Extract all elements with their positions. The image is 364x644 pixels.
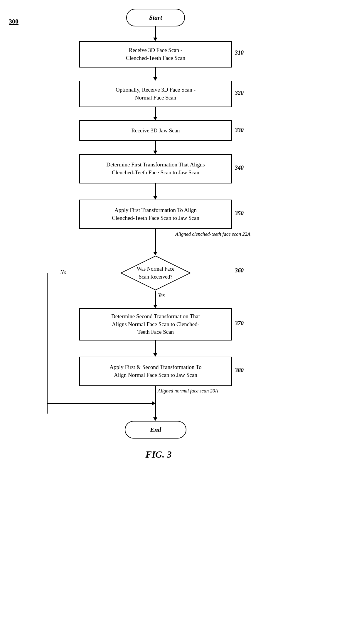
arrow-380-merge (155, 386, 156, 404)
end-node: End (125, 421, 186, 439)
step-380: Apply First & Second Transformation To A… (79, 357, 232, 386)
step-360: Was Normal Face Scan Received? (120, 255, 191, 291)
label-340: 340 (235, 164, 244, 171)
arrow-no-merge-h (47, 403, 153, 404)
step-310: Receive 3D Face Scan - Clenched-Teeth Fa… (79, 41, 232, 68)
arrow-340-350 (155, 183, 156, 197)
arrow-360-no-v (47, 273, 48, 414)
arrow-350-360 (155, 229, 156, 252)
flowchart-diagram: 300 Start Receive 3D Face Scan - Clenche… (0, 0, 364, 644)
arrowhead-start-310 (153, 38, 157, 41)
arrow-merge-end (155, 403, 156, 418)
step-350: Apply First Transformation To Align Clen… (79, 200, 232, 229)
arrow-370-380 (155, 340, 156, 354)
label-380: 380 (235, 367, 244, 374)
step-370: Determine Second Transformation That Ali… (79, 308, 232, 340)
arrow-360-no-h (47, 273, 120, 273)
label-370: 370 (235, 320, 244, 327)
annotation-350: Aligned clenched-teeth face scan 22A (161, 231, 264, 237)
step-320: Optionally, Receive 3D Face Scan - Norma… (79, 81, 232, 107)
annotation-380: Aligned normal face scan 20A (144, 388, 232, 394)
diagram-label: 300 (9, 18, 18, 25)
fig-caption: FIG. 3 (126, 449, 191, 460)
arrow-start-310 (155, 26, 156, 38)
arrow-320-330 (155, 107, 156, 117)
arrowhead-end (153, 417, 157, 421)
arrowhead-330-340 (153, 151, 157, 154)
diamond-text-360: Was Normal Face Scan Received? (137, 265, 175, 281)
arrowhead-370-380 (153, 353, 157, 357)
arrowhead-320-330 (153, 117, 157, 120)
start-node: Start (126, 9, 185, 26)
label-310: 310 (235, 49, 244, 56)
label-360: 360 (235, 267, 244, 274)
arrow-330-340 (155, 141, 156, 151)
step-340: Determine First Transformation That Alig… (79, 154, 232, 183)
arrowhead-360yes-370 (153, 305, 157, 308)
arrowhead-340-350 (153, 196, 157, 200)
label-320: 320 (235, 90, 244, 96)
label-350: 350 (235, 210, 244, 217)
arrowhead-310-320 (153, 77, 157, 81)
step-330: Receive 3D Jaw Scan (79, 120, 232, 141)
arrow-310-320 (155, 68, 156, 78)
label-330: 330 (235, 127, 244, 134)
arrow-360yes-370 (155, 291, 156, 305)
yes-label: Yes (158, 292, 165, 299)
arrowhead-350-360 (153, 252, 157, 255)
